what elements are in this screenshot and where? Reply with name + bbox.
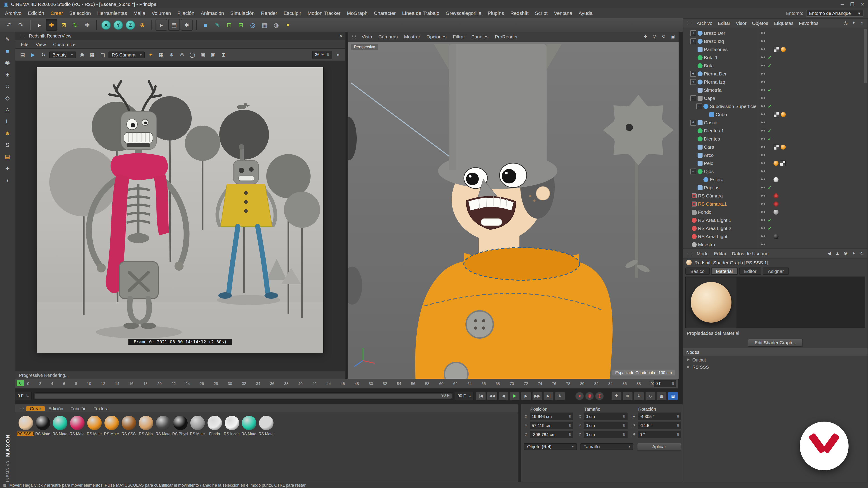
menu-textura[interactable]: Textura	[90, 406, 112, 411]
uv-mode-icon[interactable]: ⊞	[2, 70, 13, 79]
move-tool-icon[interactable]: ✚	[46, 19, 57, 31]
start-ipr-icon[interactable]: ▶	[29, 51, 37, 59]
object-item-rs-camara[interactable]: +RS Cámara	[683, 192, 868, 200]
menu-animacion[interactable]: Animación	[197, 10, 227, 16]
menu-visor[interactable]: Visor	[733, 20, 749, 26]
object-item-rs-area-light-2[interactable]: +RS Area Light.2✓	[683, 224, 868, 232]
enabled-check-icon[interactable]: ✓	[767, 88, 772, 92]
pan-view-icon[interactable]: ✚	[642, 33, 650, 40]
material-swatch-rs-mate-1[interactable]: RS Mate	[34, 416, 51, 436]
menu-script[interactable]: Script	[532, 10, 551, 16]
add-mograph-icon[interactable]: ▦	[259, 20, 270, 30]
close-icon[interactable]: ✕	[339, 33, 343, 38]
visibility-dots[interactable]	[760, 203, 766, 205]
view-label[interactable]: Perspectiva	[351, 44, 378, 50]
snapshot-a-icon[interactable]: ❄	[167, 51, 176, 59]
object-item-bota-1[interactable]: +Bota.1✓	[683, 53, 868, 61]
maximize-icon[interactable]: ❐	[850, 2, 854, 6]
expand-icon[interactable]: +	[690, 79, 696, 85]
expand-icon[interactable]: +	[690, 120, 696, 125]
menu-camaras[interactable]: Cámaras	[375, 34, 401, 39]
menu-editar[interactable]: Editar	[711, 251, 729, 256]
expand-icon[interactable]: −	[690, 168, 696, 174]
environment-dropdown[interactable]: Entorno de Arranque▾	[806, 10, 864, 17]
home-icon[interactable]: ⌂	[858, 20, 866, 27]
enabled-check-icon[interactable]: ✓	[767, 218, 772, 223]
search-icon[interactable]: ◎	[842, 20, 849, 27]
layout-panel-icon[interactable]: ▤	[668, 392, 678, 400]
filmstrip-icon[interactable]: ▤	[18, 51, 27, 59]
enabled-check-icon[interactable]: ✓	[767, 63, 772, 68]
zoom-field[interactable]: 36 %⇅	[312, 51, 332, 59]
object-item-subdivision-superficie[interactable]: −Subdivisión Superficie✓	[683, 102, 868, 110]
object-item-pierna-der[interactable]: +Pierna Der	[683, 70, 868, 78]
menu-objetos[interactable]: Objetos	[749, 20, 771, 26]
rotate-tool-icon[interactable]: ↻	[70, 20, 81, 30]
material-swatch-rs-skin-7[interactable]: RS Skin	[137, 416, 154, 436]
add-spline-primitive-icon[interactable]: ◎	[247, 20, 258, 30]
checker-tag-icon[interactable]	[774, 111, 779, 117]
menu-view[interactable]: View	[32, 41, 50, 47]
coord-field-posicion-z[interactable]: -306.784 cm⇅	[530, 431, 574, 438]
expand-icon[interactable]: +	[690, 30, 696, 36]
layer-dropdown[interactable]: Beauty▾	[49, 51, 76, 58]
viewport-canvas[interactable]: Perspectiva Espaciado Cuadrícula : 100 c…	[348, 41, 679, 379]
goto-start-icon[interactable]: |◀	[475, 392, 486, 400]
visibility-dots[interactable]	[760, 243, 766, 246]
expand-icon[interactable]: +	[690, 38, 696, 44]
menu-edicion[interactable]: Edición	[25, 10, 47, 16]
menu-editar[interactable]: Editar	[715, 20, 733, 26]
visibility-dots[interactable]	[760, 219, 766, 221]
rotate-view-icon[interactable]: ↻	[659, 33, 668, 40]
pixel-grid-icon[interactable]: ▦	[157, 51, 166, 59]
toggle-view-icon[interactable]: ▣	[669, 33, 677, 40]
visibility-dots[interactable]	[760, 130, 766, 131]
visibility-dots[interactable]	[760, 89, 766, 91]
object-item-cubo[interactable]: +Cubo	[683, 110, 868, 119]
object-item-rs-area-light-1[interactable]: +RS Area Light.1✓	[683, 216, 868, 224]
snapshot-b-icon[interactable]: ❄	[178, 51, 186, 59]
coord-field-rotacion-b[interactable]: 0 °⇅	[638, 431, 681, 438]
coord-field-posicion-y[interactable]: 57.119 cm⇅	[530, 422, 574, 429]
tab-asignar[interactable]: Asignar	[763, 267, 789, 275]
coord-field-tamano-y[interactable]: 0 cm⇅	[584, 422, 627, 429]
enabled-check-icon[interactable]: ✓	[767, 104, 772, 109]
material-swatch-rs-incan-12[interactable]: RS Incan	[223, 416, 240, 436]
visibility-dots[interactable]	[760, 65, 766, 66]
render-picture-viewer-icon[interactable]: ▤	[168, 19, 180, 31]
orange-tag-icon[interactable]	[781, 47, 786, 52]
visibility-dots[interactable]	[760, 113, 766, 115]
menu-character[interactable]: Character	[371, 10, 399, 16]
material-swatch-rs-mate-4[interactable]: RS Mate	[86, 416, 103, 436]
coord-field-tamano-z[interactable]: 0 cm⇅	[584, 431, 627, 438]
red-tag-icon[interactable]	[774, 193, 778, 198]
object-item-pupilas[interactable]: +Pupilas✓	[683, 184, 868, 192]
add-generator-icon[interactable]: ⊞	[236, 20, 246, 30]
menu-archivo[interactable]: Archivo	[694, 20, 715, 26]
menu-opciones[interactable]: Opciones	[423, 34, 450, 39]
lock-x-axis-icon[interactable]: X	[101, 20, 111, 30]
restart-render-icon[interactable]: ↻	[39, 51, 48, 59]
checker-tag-icon[interactable]	[774, 46, 779, 52]
add-environment-icon[interactable]: ◍	[271, 20, 282, 30]
enable-axis-icon[interactable]: L	[2, 117, 13, 126]
visibility-dots[interactable]	[760, 32, 766, 34]
menu-customize[interactable]: Customize	[50, 41, 79, 47]
visibility-dots[interactable]	[760, 81, 766, 83]
node-rs-sss[interactable]: ▶RS SSS	[683, 363, 868, 370]
orange-tag-icon[interactable]	[774, 161, 778, 166]
object-item-brazo-der[interactable]: +Brazo Der	[683, 29, 868, 37]
playhead[interactable]: 0	[17, 380, 24, 386]
material-swatch-rs-mate-10[interactable]: RS Mate	[189, 416, 206, 436]
object-item-rs-camara-1[interactable]: +RS Cámara.1	[683, 200, 868, 208]
pin-icon[interactable]: ◉	[842, 250, 849, 257]
start-frame-field[interactable]: 0 F⇅	[15, 392, 31, 400]
menu-simulacion[interactable]: Simulación	[227, 10, 258, 16]
object-item-pantalones[interactable]: +Pantalones	[683, 45, 868, 53]
key-parameters-icon[interactable]: ◇	[645, 392, 655, 400]
lock-camera-icon[interactable]: ✦	[146, 51, 155, 59]
visibility-dots[interactable]	[760, 146, 766, 148]
object-item-cara[interactable]: +Cara	[683, 143, 868, 151]
close-icon[interactable]: ✕	[861, 2, 864, 6]
more-icon[interactable]: »	[334, 51, 343, 59]
